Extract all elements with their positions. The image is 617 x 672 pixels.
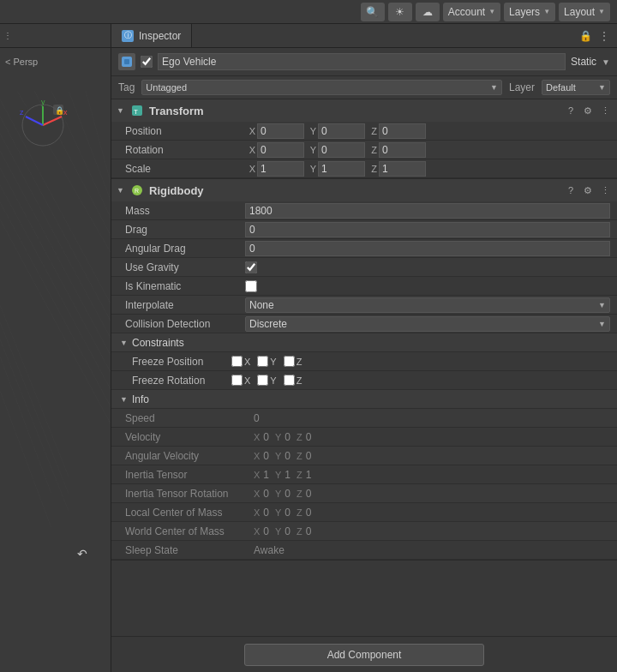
- inertia-tensor-rotation-label: Inertia Tensor Rotation: [125, 488, 254, 500]
- freeze-pos-y-checkbox[interactable]: [257, 356, 268, 367]
- transform-more-btn[interactable]: ⋮: [598, 104, 612, 117]
- layout-dropdown[interactable]: Layout ▼: [559, 3, 610, 21]
- freeze-pos-z-label: Z: [297, 357, 303, 367]
- cloud-icon[interactable]: ☁: [416, 3, 440, 21]
- add-component-button[interactable]: Add Component: [244, 644, 484, 666]
- lock-icon[interactable]: 🔒: [578, 28, 593, 44]
- freeze-rot-x-label: X: [244, 375, 250, 386]
- rigidbody-more-btn[interactable]: ⋮: [598, 183, 612, 197]
- svg-text:T: T: [134, 108, 138, 116]
- rigidbody-settings-btn[interactable]: ⚙: [581, 183, 595, 197]
- transform-settings-btn[interactable]: ⚙: [581, 104, 595, 117]
- is-kinematic-checkbox[interactable]: [245, 280, 257, 292]
- freeze-rot-z-label: Z: [297, 375, 303, 386]
- layers-dropdown[interactable]: Layers ▼: [504, 3, 555, 21]
- rotation-z-field[interactable]: [379, 142, 426, 158]
- scale-y-field[interactable]: [318, 161, 365, 177]
- freeze-pos-x-checkbox[interactable]: [231, 356, 243, 367]
- velocity-y-val: 0: [285, 431, 291, 443]
- use-gravity-checkbox[interactable]: [245, 261, 257, 273]
- gameobject-name-input[interactable]: [158, 53, 566, 70]
- scene-view[interactable]: x y z 🔒 < Persp ↶: [0, 48, 111, 672]
- position-x-field[interactable]: [257, 123, 304, 139]
- account-dropdown[interactable]: Account ▼: [443, 3, 500, 21]
- itr-x-val: 0: [263, 488, 269, 500]
- angular-velocity-label: Angular Velocity: [125, 450, 254, 462]
- gameobject-icon: [118, 53, 135, 70]
- angular-drag-field[interactable]: [245, 241, 610, 256]
- inspector-tab-bar: ⓘ Inspector 🔒 ⋮: [111, 24, 617, 48]
- freeze-rot-z-checkbox[interactable]: [284, 375, 295, 386]
- rotation-y-field[interactable]: [318, 142, 365, 158]
- drag-label: Drag: [125, 224, 245, 236]
- drag-field[interactable]: [245, 222, 610, 237]
- layer-label: Layer: [509, 81, 535, 93]
- axis-svg: x y z 🔒: [17, 99, 69, 151]
- main-layout: ⋮: [0, 24, 617, 672]
- freeze-rot-x-item: X: [231, 375, 250, 386]
- go-header: Static ▼: [111, 48, 617, 76]
- more-options-icon[interactable]: ⋮: [596, 28, 612, 44]
- inspector-tab-label: Inspector: [139, 30, 181, 42]
- position-z-field[interactable]: [379, 123, 426, 139]
- info-header[interactable]: ▼ Info: [111, 390, 617, 409]
- freeze-rot-y-item: Y: [257, 375, 276, 386]
- collision-detection-dropdown[interactable]: Discrete ▼: [245, 316, 610, 332]
- constraints-label: Constraints: [132, 337, 184, 349]
- rigidbody-header[interactable]: ▼ R Rigidbody ? ⚙ ⋮: [111, 179, 617, 201]
- transform-title: Transform: [149, 105, 559, 117]
- svg-text:y: y: [41, 99, 45, 106]
- freeze-rot-y-checkbox[interactable]: [257, 375, 268, 386]
- freeze-rotation-row: Freeze Rotation X Y Z: [111, 371, 617, 390]
- transform-position-row: Position X Y Z: [111, 122, 617, 141]
- right-panel: ⓘ Inspector 🔒 ⋮ Static: [111, 24, 617, 672]
- velocity-row: Velocity X 0 Y 0 Z 0: [111, 428, 617, 447]
- gameobject-active-checkbox[interactable]: [141, 56, 153, 68]
- static-dropdown-arrow[interactable]: ▼: [602, 57, 610, 67]
- tag-layer-row: Tag Untagged ▼ Layer Default ▼: [111, 76, 617, 99]
- constraints-header[interactable]: ▼ Constraints: [111, 333, 617, 352]
- transform-icon: T: [130, 104, 144, 117]
- search-icon[interactable]: 🔍: [361, 3, 385, 21]
- sun-icon[interactable]: ☀: [388, 3, 412, 21]
- freeze-position-row: Freeze Position X Y Z: [111, 352, 617, 371]
- layer-dropdown[interactable]: Default ▼: [542, 80, 610, 95]
- scale-z-field[interactable]: [379, 161, 426, 177]
- is-kinematic-label: Is Kinematic: [125, 280, 245, 292]
- lcm-x-val: 0: [263, 507, 269, 519]
- inspector-tab-actions: 🔒 ⋮: [572, 24, 617, 47]
- static-label: Static: [571, 56, 596, 68]
- freeze-pos-z-item: Z: [284, 356, 303, 367]
- rotation-x-field[interactable]: [257, 142, 304, 158]
- transform-help-btn[interactable]: ?: [564, 104, 578, 117]
- sleep-state-row: Sleep State Awake: [111, 541, 617, 560]
- world-com-xyz-group: X 0 Y 0 Z 0: [254, 525, 311, 537]
- inspector-tab[interactable]: ⓘ Inspector: [111, 24, 192, 47]
- freeze-rotation-label: Freeze Rotation: [132, 375, 226, 387]
- mass-field[interactable]: [245, 203, 610, 219]
- world-com-label: World Center of Mass: [125, 525, 254, 537]
- freeze-rot-x-checkbox[interactable]: [231, 375, 243, 386]
- wcm-x-val: 0: [263, 525, 269, 537]
- scale-x-field[interactable]: [257, 161, 304, 177]
- position-y-field[interactable]: [318, 123, 365, 139]
- interpolate-label: Interpolate: [125, 299, 245, 311]
- sleep-state-label: Sleep State: [125, 544, 254, 556]
- svg-text:🔒: 🔒: [55, 105, 65, 116]
- interpolate-dropdown[interactable]: None ▼: [245, 297, 610, 313]
- velocity-z-val: 0: [306, 431, 312, 443]
- velocity-x-val: 0: [263, 431, 269, 443]
- tag-dropdown[interactable]: Untagged ▼: [141, 80, 502, 95]
- scale-xyz-group: X Y Z: [245, 161, 610, 177]
- drag-value: [245, 222, 610, 237]
- mass-value: [245, 203, 610, 219]
- rigidbody-component: ▼ R Rigidbody ? ⚙ ⋮ Mass: [111, 179, 617, 561]
- rigidbody-help-btn[interactable]: ?: [564, 183, 578, 197]
- freeze-pos-z-checkbox[interactable]: [284, 356, 295, 367]
- position-xyz-group: X Y Z: [245, 123, 610, 139]
- rigidbody-collapse-arrow: ▼: [117, 186, 125, 195]
- transform-header[interactable]: ▼ T Transform ? ⚙ ⋮: [111, 99, 617, 122]
- local-com-xyz-group: X 0 Y 0 Z 0: [254, 507, 311, 519]
- is-kinematic-value: [245, 280, 610, 292]
- interpolate-row: Interpolate None ▼: [111, 296, 617, 315]
